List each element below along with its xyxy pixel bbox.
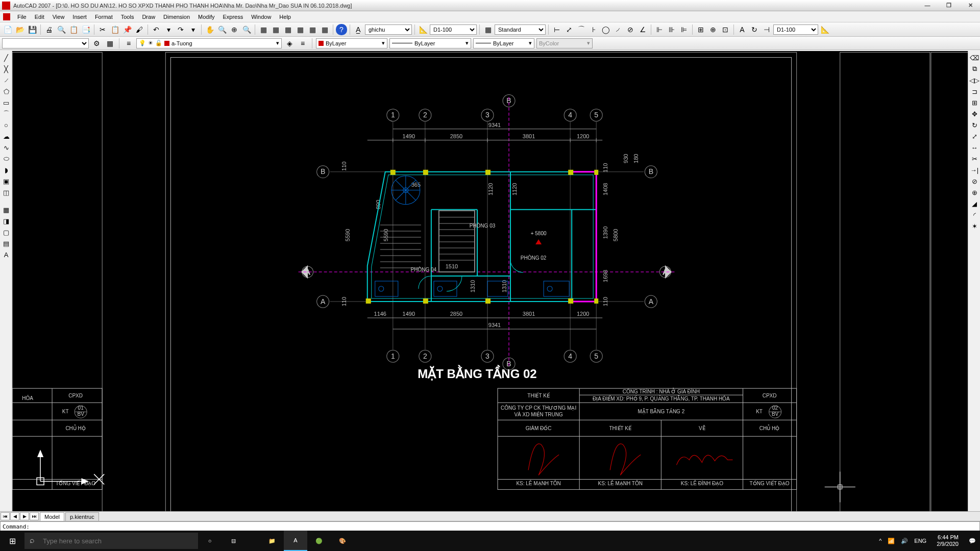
array-icon[interactable]: ⊞ — [969, 98, 979, 107]
fillet-icon[interactable]: ◜ — [969, 210, 979, 219]
clock[interactable]: 6:44 PM 2/9/2020 — [933, 534, 963, 547]
dim-qd-icon[interactable]: ⊩ — [654, 24, 665, 35]
tab-prev-button[interactable]: ◀ — [10, 512, 19, 520]
rotate-icon[interactable]: ↻ — [969, 120, 979, 130]
volume-icon[interactable]: 🔊 — [901, 538, 908, 544]
redo-drop-icon[interactable]: ▾ — [187, 24, 199, 35]
revcloud-icon[interactable]: ☁ — [1, 132, 11, 141]
minimize-button[interactable]: — — [920, 2, 935, 10]
dim-cen-icon[interactable]: ⊕ — [707, 24, 719, 35]
spline-icon[interactable]: ∿ — [1, 143, 11, 152]
dim-align-icon[interactable]: ⤢ — [564, 24, 575, 35]
menu-tools[interactable]: Tools — [117, 12, 138, 21]
menu-modify[interactable]: Modify — [194, 12, 218, 21]
zoomwin-icon[interactable]: ⊕ — [229, 24, 240, 35]
extend-icon[interactable]: →| — [969, 165, 979, 174]
dim-override-icon[interactable]: 📐 — [819, 24, 830, 35]
tab-layout1[interactable]: p.kientruc — [65, 512, 99, 521]
tablestyle-icon[interactable]: ▦ — [482, 24, 494, 35]
menu-help[interactable]: Help — [275, 12, 295, 21]
cortana-icon[interactable]: ○ — [198, 531, 222, 551]
gradient-icon[interactable]: ◨ — [1, 216, 11, 226]
stretch-icon[interactable]: ↔ — [969, 143, 979, 152]
layer-states-icon[interactable]: ≡ — [297, 38, 308, 49]
print-icon[interactable]: 🖨 — [43, 24, 55, 35]
hatch-icon[interactable]: ▦ — [1, 205, 11, 214]
wifi-icon[interactable]: 📶 — [888, 538, 895, 544]
menu-file[interactable]: File — [13, 12, 31, 21]
match-icon[interactable]: 🖌 — [134, 24, 145, 35]
save-icon[interactable]: 💾 — [27, 24, 38, 35]
circle-icon[interactable]: ○ — [1, 120, 11, 130]
explorer-icon[interactable]: 📁 — [260, 531, 284, 551]
dim-tedit-icon[interactable]: A — [737, 24, 748, 35]
menu-edit[interactable]: Edit — [31, 12, 48, 21]
dcenter-icon[interactable]: ▦ — [270, 24, 281, 35]
menu-window[interactable]: Window — [247, 12, 275, 21]
dim-edit-icon[interactable]: ⊡ — [720, 24, 731, 35]
paint-icon[interactable]: 🎨 — [331, 531, 354, 551]
dim-ang-icon[interactable]: ∠ — [637, 24, 648, 35]
markup-icon[interactable]: ▦ — [307, 24, 318, 35]
block-icon[interactable]: ◫ — [1, 188, 11, 197]
props-icon[interactable]: ▦ — [258, 24, 269, 35]
app2-icon[interactable]: 🟢 — [307, 531, 331, 551]
undo-icon[interactable]: ↶ — [151, 24, 162, 35]
redo-icon[interactable]: ↷ — [175, 24, 186, 35]
menu-format[interactable]: Format — [91, 12, 117, 21]
workspace-combo[interactable] — [2, 38, 89, 48]
line-icon[interactable]: ╱ — [1, 53, 11, 62]
layer-prev-icon[interactable]: ◈ — [284, 38, 295, 49]
menu-dimension[interactable]: Dimension — [159, 12, 194, 21]
dim-jog-icon[interactable]: ⟋ — [612, 24, 624, 35]
menu-insert[interactable]: Insert — [68, 12, 91, 21]
dim-upd-icon[interactable]: ↻ — [749, 24, 760, 35]
dim-tol-icon[interactable]: ⊞ — [695, 24, 706, 35]
command-line[interactable]: Command: — [0, 521, 980, 532]
taskview-icon[interactable]: ⊟ — [222, 531, 245, 551]
scale-icon[interactable]: ⤢ — [969, 132, 979, 141]
new-icon[interactable]: 📄 — [2, 24, 13, 35]
zoomrt-icon[interactable]: 🔍 — [216, 24, 228, 35]
maximize-button[interactable]: ❐ — [941, 2, 957, 10]
tab-last-button[interactable]: ⏭ — [30, 512, 39, 520]
dim-dia-icon[interactable]: ⊘ — [625, 24, 636, 35]
table-icon[interactable]: ▤ — [1, 239, 11, 248]
tab-first-button[interactable]: ⏮ — [1, 512, 10, 520]
text-style-combo[interactable]: ghichu — [365, 24, 412, 35]
linetype-combo[interactable]: ByLayer ▾ — [389, 38, 471, 48]
sheet-icon[interactable]: ▦ — [295, 24, 306, 35]
tab-model[interactable]: Model — [40, 512, 64, 521]
dim-base-icon[interactable]: ⊪ — [666, 24, 677, 35]
start-button[interactable]: ⊞ — [0, 531, 24, 551]
dim-ord-icon[interactable]: ⊦ — [588, 24, 599, 35]
tray-up-icon[interactable]: ^ — [879, 538, 881, 544]
pline-icon[interactable]: ⟋ — [1, 76, 11, 85]
polygon-icon[interactable]: ⬠ — [1, 87, 11, 96]
layer-combo[interactable]: 💡 ☀ 🔓 a-Tuong ▾ — [136, 38, 282, 48]
dim-match-icon[interactable]: ⊣ — [761, 24, 772, 35]
notifications-icon[interactable]: 💬 — [969, 538, 976, 544]
doc-icon[interactable] — [3, 13, 10, 20]
offset-icon[interactable]: ⊐ — [969, 87, 979, 96]
close-button[interactable]: ✕ — [963, 2, 978, 10]
menu-view[interactable]: View — [48, 12, 69, 21]
publish-icon[interactable]: 📋 — [68, 24, 79, 35]
menu-express[interactable]: Express — [218, 12, 247, 21]
ws-settings-icon[interactable]: ⚙ — [91, 38, 102, 49]
tpalette-icon[interactable]: ▦ — [282, 24, 293, 35]
region-icon[interactable]: ▢ — [1, 228, 11, 237]
pan-icon[interactable]: ✋ — [204, 24, 215, 35]
paste-icon[interactable]: 📌 — [121, 24, 133, 35]
mirror-icon[interactable]: ◁▷ — [969, 76, 979, 85]
autocad-taskicon[interactable]: A — [284, 531, 307, 551]
insert-icon[interactable]: ▣ — [1, 177, 11, 186]
menu-draw[interactable]: Draw — [138, 12, 159, 21]
explode-icon[interactable]: ✶ — [969, 221, 979, 231]
ellipsearc-icon[interactable]: ◗ — [1, 165, 11, 174]
undo-drop-icon[interactable]: ▾ — [163, 24, 174, 35]
join-icon[interactable]: ⊕ — [969, 188, 979, 197]
ws-save-icon[interactable]: ▦ — [104, 38, 115, 49]
erase-icon[interactable]: ⌫ — [969, 53, 979, 62]
command-input[interactable] — [30, 523, 977, 530]
